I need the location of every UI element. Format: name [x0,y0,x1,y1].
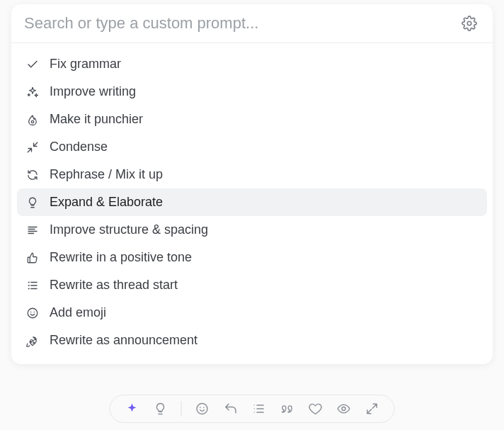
prompt-option[interactable]: Rewrite in a positive tone [17,244,487,271]
sparkle-icon[interactable] [125,401,140,417]
prompt-option[interactable]: Improve writing [17,78,487,106]
prompt-option-label: Condense [50,140,108,154]
search-row [11,4,493,43]
prompt-option-label: Add emoji [50,305,106,320]
collapse-icon [25,140,40,154]
reply-icon[interactable] [223,401,239,417]
prompt-option-label: Rewrite as announcement [50,333,197,348]
bottom-toolbar [110,395,395,423]
svg-point-0 [467,21,471,26]
prompt-option[interactable]: Rewrite as thread start [17,271,487,299]
bulb-icon[interactable] [153,401,168,417]
prompt-options-list: Fix grammarImprove writingMake it punchi… [11,43,493,364]
check-icon [25,57,40,72]
prompt-option-label: Improve writing [50,84,136,99]
search-input[interactable] [24,14,459,33]
list-icon[interactable] [251,401,267,417]
prompt-option[interactable]: Condense [17,133,487,161]
smile-icon[interactable] [195,401,210,417]
prompt-option[interactable]: Improve structure & spacing [17,216,487,244]
heart-icon[interactable] [308,401,323,417]
settings-button[interactable] [459,13,480,34]
prompt-option-label: Rewrite in a positive tone [50,250,192,265]
eye-icon[interactable] [336,401,352,417]
rocket-icon [25,334,40,348]
lines-icon [25,223,40,237]
thread-icon [25,278,40,293]
prompt-option-label: Rephrase / Mix it up [50,167,163,182]
prompt-option-label: Expand & Elaborate [50,195,163,210]
prompt-option[interactable]: Rephrase / Mix it up [17,161,487,188]
thumbsup-icon [25,251,40,265]
toolbar-divider [181,401,182,417]
quote-icon[interactable] [280,401,295,417]
gear-icon [462,16,477,31]
prompt-option[interactable]: Add emoji [17,299,487,327]
refresh-icon [25,168,40,182]
prompt-option[interactable]: Make it punchier [17,106,487,133]
prompt-option-label: Rewrite as thread start [50,278,178,293]
prompt-option-label: Fix grammar [50,57,121,72]
bulb-icon [25,196,40,210]
expand-icon[interactable] [365,401,380,417]
prompt-option-label: Improve structure & spacing [50,222,208,237]
prompt-option[interactable]: Rewrite as announcement [17,327,487,354]
prompt-option[interactable]: Fix grammar [17,50,487,78]
prompt-option-label: Make it punchier [50,112,143,127]
flame-icon [25,113,40,127]
smile-icon [25,306,40,320]
sparkles-icon [25,85,40,99]
ai-prompt-panel: Fix grammarImprove writingMake it punchi… [11,4,493,364]
prompt-option[interactable]: Expand & Elaborate [17,188,487,216]
